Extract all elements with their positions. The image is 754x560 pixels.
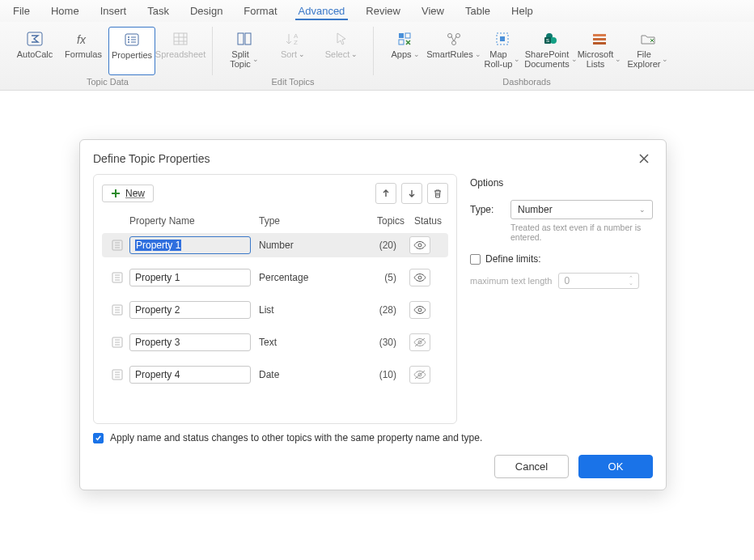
svg-rect-24 bbox=[593, 38, 606, 40]
visibility-toggle[interactable] bbox=[409, 333, 430, 351]
property-topics-count: (28) bbox=[348, 304, 396, 316]
eye-off-icon bbox=[413, 370, 426, 380]
visibility-toggle[interactable] bbox=[409, 366, 430, 384]
property-topics-count: (10) bbox=[348, 369, 396, 380]
close-button[interactable] bbox=[635, 150, 653, 168]
ribbon-item-label: Spreadsheet bbox=[155, 49, 205, 59]
property-row[interactable]: Property 4Date(10) bbox=[102, 363, 448, 387]
property-type-label: Date bbox=[251, 369, 348, 380]
type-hint: Treated as text even if a number is ente… bbox=[510, 223, 653, 242]
eye-icon bbox=[413, 273, 426, 282]
drag-handle-icon[interactable] bbox=[105, 239, 129, 252]
drag-handle-icon[interactable] bbox=[105, 303, 129, 316]
menu-tab-insert[interactable]: Insert bbox=[97, 3, 130, 20]
grid-header: Property Name Type Topics Status bbox=[102, 209, 448, 233]
svg-point-5 bbox=[128, 41, 129, 43]
visibility-toggle[interactable] bbox=[409, 236, 430, 254]
svg-point-20 bbox=[550, 37, 557, 44]
property-row[interactable]: Property 2List(28) bbox=[102, 298, 448, 322]
svg-rect-13 bbox=[399, 40, 404, 45]
ribbon-item-label: MapRoll-up ⌄ bbox=[485, 49, 521, 69]
ribbon-item-label: SharePointDocuments ⌄ bbox=[524, 49, 578, 69]
ribbon-item-label: MicrosoftLists ⌄ bbox=[578, 49, 622, 69]
header-status: Status bbox=[405, 215, 445, 227]
new-label: New bbox=[125, 188, 145, 199]
new-property-button[interactable]: New bbox=[102, 185, 154, 202]
svg-rect-25 bbox=[593, 42, 606, 45]
svg-text:S: S bbox=[546, 38, 549, 43]
ribbon-apps-button[interactable]: Apps⌄ bbox=[382, 27, 429, 75]
max-length-label: maximum text length bbox=[470, 276, 552, 286]
svg-rect-6 bbox=[174, 33, 187, 45]
svg-point-27 bbox=[418, 244, 421, 247]
ribbon-map-roll-up-button[interactable]: MapRoll-up ⌄ bbox=[479, 27, 526, 75]
menu-bar: FileHomeInsertTaskDesignFormatAdvancedRe… bbox=[0, 0, 754, 22]
spinner-down-icon: ⌄ bbox=[629, 281, 633, 286]
ribbon-microsoft-lists-button[interactable]: MicrosoftLists ⌄ bbox=[576, 27, 623, 75]
close-icon bbox=[638, 153, 650, 164]
svg-rect-18 bbox=[500, 36, 505, 41]
property-name-input[interactable]: Property 4 bbox=[129, 366, 251, 384]
menu-tab-help[interactable]: Help bbox=[508, 3, 536, 20]
property-type-label: Number bbox=[251, 240, 348, 251]
ribbon-smartrules-button[interactable]: SmartRules⌄ bbox=[430, 27, 477, 75]
visibility-toggle[interactable] bbox=[409, 301, 430, 319]
ribbon-item-label: SmartRules⌄ bbox=[426, 49, 481, 59]
drag-handle-icon[interactable] bbox=[105, 368, 129, 381]
ribbon-file-explorer-button[interactable]: FileExplorer ⌄ bbox=[625, 27, 671, 75]
property-name-input[interactable]: Property 3 bbox=[129, 333, 251, 351]
svg-rect-7 bbox=[238, 33, 244, 45]
property-name-input[interactable]: Property 1 bbox=[129, 269, 251, 286]
svg-point-16 bbox=[452, 41, 456, 45]
ribbon-autocalc-button[interactable]: AutoCalc bbox=[11, 27, 58, 75]
plus-icon bbox=[111, 189, 121, 198]
menu-tab-review[interactable]: Review bbox=[362, 3, 404, 20]
property-topics-count: (20) bbox=[348, 240, 396, 251]
menu-tab-home[interactable]: Home bbox=[48, 3, 83, 20]
menu-tab-view[interactable]: View bbox=[418, 3, 447, 20]
cancel-button[interactable]: Cancel bbox=[494, 455, 569, 478]
header-type: Type bbox=[259, 215, 356, 227]
property-type-label: Percentage bbox=[251, 272, 348, 283]
max-length-value: 0 bbox=[564, 275, 570, 286]
menu-tab-advanced[interactable]: Advanced bbox=[295, 3, 349, 20]
ribbon-properties-button[interactable]: Properties bbox=[108, 27, 155, 75]
delete-button[interactable] bbox=[427, 183, 448, 204]
property-topics-count: (5) bbox=[348, 272, 396, 283]
chevron-down-icon: ⌄ bbox=[639, 206, 646, 214]
property-name-input[interactable]: Property 2 bbox=[129, 301, 251, 319]
property-name-input[interactable]: Property 1 bbox=[129, 236, 251, 254]
ribbon-split-topic-button[interactable]: SplitTopic ⌄ bbox=[221, 27, 268, 75]
type-select[interactable]: Number ⌄ bbox=[510, 200, 653, 219]
max-length-spinner[interactable]: 0 ⌃ ⌄ bbox=[558, 273, 639, 289]
lists-icon bbox=[590, 30, 609, 48]
move-down-button[interactable] bbox=[401, 183, 422, 204]
svg-point-29 bbox=[418, 276, 421, 279]
svg-point-3 bbox=[128, 36, 129, 38]
menu-tab-design[interactable]: Design bbox=[187, 3, 226, 20]
ribbon-formulas-button[interactable]: fxFormulas bbox=[60, 27, 107, 75]
ok-button[interactable]: OK bbox=[578, 455, 653, 478]
ribbon-group-topic-data: AutoCalcfxFormulasPropertiesSpreadsheetT… bbox=[6, 27, 209, 87]
ribbon-item-label: SplitTopic ⌄ bbox=[230, 49, 259, 69]
cursor-icon bbox=[332, 30, 351, 48]
move-up-button[interactable] bbox=[375, 183, 396, 204]
rollup-icon bbox=[493, 30, 512, 48]
property-row[interactable]: Property 1Percentage(5) bbox=[102, 265, 448, 290]
property-row[interactable]: Property 3Text(30) bbox=[102, 330, 448, 354]
menu-tab-table[interactable]: Table bbox=[462, 3, 493, 20]
define-topic-properties-dialog: Define Topic Properties New Property Nam… bbox=[79, 139, 667, 490]
ribbon-sharepoint-documents-button[interactable]: SSharePointDocuments ⌄ bbox=[527, 27, 574, 75]
ribbon-item-label: Select⌄ bbox=[325, 49, 358, 59]
apply-changes-checkbox[interactable] bbox=[93, 433, 104, 443]
ribbon-group-label: Topic Data bbox=[87, 77, 129, 87]
ribbon-item-label: Sort⌄ bbox=[281, 49, 305, 59]
visibility-toggle[interactable] bbox=[409, 269, 430, 286]
menu-tab-task[interactable]: Task bbox=[144, 3, 172, 20]
drag-handle-icon[interactable] bbox=[105, 336, 129, 349]
property-row[interactable]: Property 1Number(20) bbox=[102, 233, 448, 257]
drag-handle-icon[interactable] bbox=[105, 271, 129, 284]
define-limits-checkbox[interactable] bbox=[470, 254, 481, 265]
menu-tab-file[interactable]: File bbox=[10, 3, 33, 20]
menu-tab-format[interactable]: Format bbox=[240, 3, 280, 20]
